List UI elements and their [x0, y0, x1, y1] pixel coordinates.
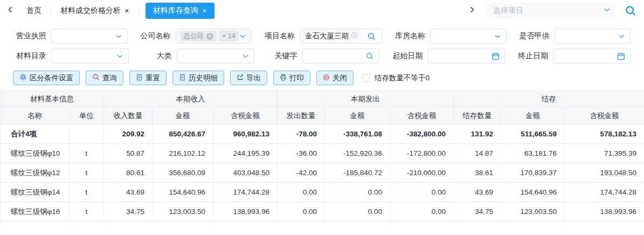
field-label: 营业执照: [13, 31, 46, 41]
table-cell: 174,744.28: [565, 183, 644, 202]
project-select-placeholder: 选择项目: [493, 6, 604, 16]
filter-row-2: 材料目录 大类 关键字: [13, 49, 631, 64]
project-name-input[interactable]: 金石大厦三期: [300, 29, 382, 44]
nav-forward-button[interactable]: [465, 3, 479, 19]
button-label: 关闭: [333, 73, 347, 83]
table-cell: 123,003.50: [501, 202, 565, 222]
owner-supplied-select[interactable]: [555, 29, 631, 44]
close-button[interactable]: 关闭: [316, 71, 354, 85]
query-button[interactable]: 查询: [86, 71, 123, 85]
chevron-down-icon: [116, 53, 123, 60]
history-detail-button[interactable]: 历史明细: [172, 71, 224, 85]
table-cell: -210,000.00: [390, 163, 454, 183]
close-icon[interactable]: ×: [124, 6, 129, 15]
table-cell: -36.00: [278, 144, 325, 163]
keyword-input[interactable]: [302, 49, 380, 64]
major-category-select[interactable]: [177, 49, 254, 64]
column-header-cell[interactable]: 含税金额: [565, 107, 644, 125]
tag-text: 总公司: [184, 32, 204, 41]
column-header-cell[interactable]: 金额: [501, 107, 565, 125]
tab-material-price-analysis[interactable]: 材料成交价格分析 ×: [51, 3, 139, 19]
material-catalog-select[interactable]: [51, 49, 129, 64]
table-cell: 511,665.59: [501, 125, 565, 144]
button-label: 重置: [146, 73, 160, 83]
table-cell: t: [70, 183, 104, 202]
table-cell: 80.61: [104, 163, 153, 183]
group-header-cell: 材料基本信息: [1, 91, 104, 107]
column-header-cell[interactable]: 金额: [153, 107, 213, 125]
table-cell: -78.00: [278, 125, 325, 144]
nav-back-button[interactable]: [3, 3, 17, 19]
table-cell: 0.00: [390, 183, 454, 202]
field-label: 大类: [139, 51, 172, 61]
column-header-cell[interactable]: 含税金额: [390, 107, 454, 125]
project-select[interactable]: 选择项目: [487, 3, 616, 19]
balance-nonzero-filter[interactable]: 结存数量不等于0: [362, 73, 430, 83]
reset-button[interactable]: 重置: [129, 71, 167, 85]
table-cell: t: [70, 163, 104, 183]
chevron-down-icon: [618, 33, 625, 40]
table-row[interactable]: 螺纹三级钢φ16t34.75123,003.50138,993.960.000.…: [1, 202, 644, 222]
table-row[interactable]: 螺纹三级钢φ10t50.87216,102.12244,195.39-36.00…: [1, 144, 644, 163]
button-label: 区分条件设置: [30, 73, 73, 83]
gear-icon: [19, 73, 27, 82]
search-icon[interactable]: [624, 4, 638, 18]
chevron-down-icon: [115, 33, 122, 40]
table-row[interactable]: 螺纹三级钢φ14t43.69154,640.96174,744.280.000.…: [1, 183, 644, 202]
table-cell: 14.87: [454, 144, 501, 163]
business-license-select[interactable]: [51, 29, 128, 44]
warehouse-name-select[interactable]: [430, 29, 507, 44]
column-header-cell[interactable]: 金额: [325, 107, 390, 125]
column-header-cell[interactable]: 单位: [70, 107, 104, 125]
field-owner-supplied: 是否甲供: [516, 29, 631, 44]
column-header-cell[interactable]: 名称: [1, 107, 70, 125]
calendar-icon[interactable]: [491, 52, 500, 60]
export-button[interactable]: 导出: [230, 71, 267, 85]
column-header-cell[interactable]: 含税金额: [213, 107, 278, 125]
table-cell: 43.69: [104, 183, 153, 202]
field-label: 是否甲供: [516, 31, 550, 41]
selected-tag: 总公司 ×: [181, 31, 217, 42]
tag-close-icon[interactable]: ×: [206, 33, 213, 40]
calendar-icon[interactable]: [617, 52, 625, 60]
column-header-cell[interactable]: 收入数量: [104, 107, 153, 125]
inventory-table: 材料基本信息本期收入本期发出结存 名称单位收入数量金额含税金额发出数量金额含税金…: [0, 91, 644, 222]
end-date-input[interactable]: [553, 49, 631, 64]
table-cell: 131.92: [454, 125, 501, 144]
tab-material-inventory-query[interactable]: 材料库存查询 ×: [146, 3, 214, 19]
column-header-cell[interactable]: 结存数量: [454, 107, 501, 125]
table-cell: 356,680.09: [153, 163, 213, 183]
table-cell: 0.00: [390, 202, 454, 222]
condition-settings-button[interactable]: 区分条件设置: [13, 71, 80, 85]
field-business-license: 营业执照: [13, 29, 128, 44]
start-date-input[interactable]: [427, 49, 505, 64]
table-cell: t: [70, 144, 104, 163]
column-header-cell[interactable]: 发出数量: [278, 107, 325, 125]
search-icon[interactable]: [365, 52, 374, 60]
company-name-select[interactable]: 总公司 × + 14: [176, 29, 252, 44]
printer-icon: [280, 74, 287, 82]
table-cell: -152,920.36: [325, 144, 390, 163]
checkbox[interactable]: [362, 74, 370, 82]
table-row[interactable]: 合计4项209.92850,426.67960,982.13-78.00-338…: [1, 125, 644, 144]
button-label: 打印: [289, 73, 304, 83]
lookup-search-button[interactable]: [361, 29, 382, 43]
table-cell: 209.92: [104, 125, 153, 144]
table-cell: t: [70, 202, 104, 222]
clear-icon[interactable]: [351, 32, 358, 40]
close-icon[interactable]: ×: [202, 6, 207, 15]
table-cell: 138,993.96: [565, 202, 644, 222]
field-label: 公司名称: [137, 31, 171, 41]
column-header-row: 名称单位收入数量金额含税金额发出数量金额含税金额结存数量金额含税金额: [1, 107, 644, 125]
document-icon: [136, 74, 143, 82]
print-button[interactable]: 打印: [273, 71, 310, 85]
field-project-name: 项目名称 金石大厦三期: [261, 29, 382, 44]
field-label: 项目名称: [261, 31, 295, 41]
field-material-catalog: 材料目录: [13, 49, 129, 64]
table-row[interactable]: 螺纹三级钢φ12t80.61356,680.09403,048.50-42.00…: [1, 163, 644, 183]
field-major-category: 大类: [139, 49, 254, 64]
close-circle-icon: [323, 74, 330, 82]
search-icon: [92, 73, 100, 82]
tab-bar: 首页 材料成交价格分析 × 材料库存查询 × 选择项目: [0, 0, 644, 21]
tab-home[interactable]: 首页: [17, 3, 51, 19]
